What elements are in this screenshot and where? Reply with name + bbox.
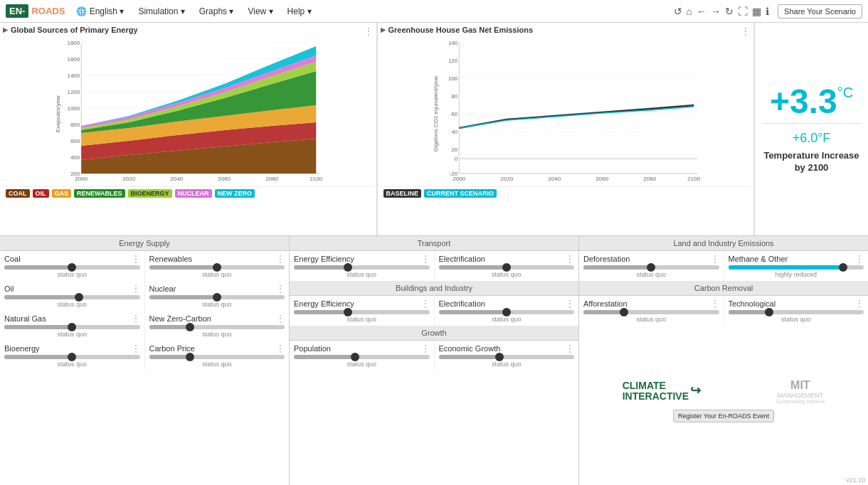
ci-arrow-icon: ↪: [690, 384, 701, 398]
register-button[interactable]: Register Your En-ROADS Event: [673, 410, 774, 422]
legend-current-scenario[interactable]: CURRENT SCENARIO: [424, 189, 497, 198]
renewables-label: Renewables: [149, 255, 193, 263]
info-icon[interactable]: ℹ: [766, 6, 769, 17]
transport-elec-menu[interactable]: ⋮: [566, 254, 574, 264]
app-logo[interactable]: EN- ROADS: [6, 4, 65, 18]
svg-text:1800: 1800: [67, 40, 80, 46]
grid-icon[interactable]: ▦: [752, 6, 761, 17]
forward-icon[interactable]: →: [711, 6, 721, 17]
legend-baseline[interactable]: BASELINE: [383, 189, 422, 198]
carbonprice-status: status quo: [149, 361, 285, 368]
legend-renewables[interactable]: RENEWABLES: [74, 189, 125, 198]
carbonprice-track[interactable]: [149, 355, 285, 359]
svg-text:80: 80: [451, 93, 457, 100]
svg-text:20: 20: [451, 146, 457, 153]
coal-track[interactable]: [4, 265, 140, 270]
svg-text:2020: 2020: [500, 176, 513, 182]
deforestation-label: Deforestation: [583, 255, 630, 263]
emissions-chart-panel: ▶ Greenhouse House Gas Net Emissions ⋮ G…: [377, 23, 755, 235]
buildings-ee-menu[interactable]: ⋮: [421, 299, 430, 309]
refresh-icon[interactable]: ↻: [725, 6, 734, 17]
afforestation-status: status quo: [583, 316, 719, 323]
mit-subtitle: MANAGEMENT: [776, 392, 825, 399]
oil-menu[interactable]: ⋮: [132, 284, 140, 294]
mit-logo-text: MIT: [776, 379, 825, 392]
nav-help[interactable]: Help ▾: [285, 5, 314, 18]
legend-coal[interactable]: COAL: [6, 189, 30, 198]
buildings-elec-track[interactable]: [439, 310, 575, 314]
nav-english[interactable]: 🌐 English ▾: [73, 5, 127, 18]
naturalgas-menu[interactable]: ⋮: [132, 314, 140, 324]
legend-oil[interactable]: OIL: [33, 189, 49, 198]
population-menu[interactable]: ⋮: [421, 343, 430, 353]
svg-text:60: 60: [451, 111, 457, 117]
buildings-group: Energy Efficiency ⋮ status quo Electrifi…: [290, 296, 578, 326]
svg-text:140: 140: [448, 40, 457, 46]
methane-slider-group: Methane & Other ⋮ highly reduced: [724, 251, 869, 281]
legend-nuclear[interactable]: NUCLEAR: [175, 189, 212, 198]
svg-text:0: 0: [454, 156, 457, 162]
methane-track[interactable]: [729, 265, 864, 270]
transport-elec-track[interactable]: [439, 265, 575, 270]
technological-track[interactable]: [729, 310, 864, 314]
methane-menu[interactable]: ⋮: [855, 254, 864, 264]
legend-newzero[interactable]: NEW ZERO: [215, 189, 255, 198]
population-track[interactable]: [294, 355, 430, 359]
transport-ee-track[interactable]: [294, 265, 430, 270]
energy-svg: Exajoules/year 1800 1600 1400 1200: [3, 36, 374, 185]
back-icon[interactable]: ←: [697, 6, 706, 17]
legend-bioenergy[interactable]: BIOENERGY: [128, 189, 172, 198]
methane-status: highly reduced: [729, 271, 864, 278]
buildings-ee-track[interactable]: [294, 310, 430, 314]
carbonprice-menu[interactable]: ⋮: [276, 343, 285, 353]
coal-label: Coal: [4, 255, 21, 263]
emissions-chart-menu[interactable]: ⋮: [741, 26, 751, 37]
carbonprice-label: Carbon Price: [149, 344, 195, 353]
svg-text:400: 400: [70, 154, 80, 161]
mit-logo: MIT MANAGEMENT Sustainability Initiative: [776, 379, 825, 404]
coal-menu[interactable]: ⋮: [132, 254, 140, 264]
temperature-panel: +3.3 °C +6.0°F Temperature Increase by 2…: [754, 23, 868, 235]
nuclear-track[interactable]: [149, 295, 285, 299]
nuclear-menu[interactable]: ⋮: [276, 284, 285, 294]
transport-ee-label: Energy Efficiency: [294, 255, 354, 263]
emissions-svg: Gigatons CO2 equivalent/year 140 120 100: [381, 36, 751, 185]
population-label: Population: [294, 344, 331, 353]
home-icon[interactable]: ⌂: [687, 6, 692, 17]
nav-view[interactable]: View ▾: [245, 5, 275, 18]
share-button[interactable]: Share Your Scenario: [778, 4, 862, 18]
nav-graphs[interactable]: Graphs ▾: [196, 5, 237, 18]
methane-label: Methane & Other: [729, 255, 788, 263]
carbonprice-slider-group: Carbon Price ⋮ status quo: [145, 341, 290, 371]
bioenergy-track[interactable]: [4, 355, 140, 359]
newzero-track[interactable]: [149, 325, 285, 329]
oil-track[interactable]: [4, 295, 140, 299]
main-content: ▶ Global Sources of Primary Energy ⋮ Exa…: [0, 23, 868, 485]
oil-slider-group: Oil ⋮ status quo: [0, 281, 145, 311]
energy-chart-menu[interactable]: ⋮: [364, 26, 374, 37]
buildings-elec-menu[interactable]: ⋮: [566, 299, 574, 309]
reset-icon[interactable]: ↺: [674, 6, 682, 17]
ci-logo-text: CLIMATEINTERACTIVE: [623, 380, 689, 403]
buildings-ee-status: status quo: [294, 316, 430, 323]
economic-growth-status: status quo: [439, 361, 575, 368]
legend-gas[interactable]: GAS: [52, 189, 72, 198]
naturalgas-track[interactable]: [4, 325, 140, 329]
afforestation-slider-group: Afforestation ⋮ status quo: [579, 296, 724, 326]
bioenergy-menu[interactable]: ⋮: [132, 343, 140, 353]
renewables-menu[interactable]: ⋮: [276, 254, 285, 264]
economic-growth-track[interactable]: [439, 355, 575, 359]
transport-ee-menu[interactable]: ⋮: [421, 254, 430, 264]
topbar: EN- ROADS 🌐 English ▾ Simulation ▾ Graph…: [0, 0, 868, 23]
deforestation-track[interactable]: [583, 265, 719, 270]
economic-growth-menu[interactable]: ⋮: [566, 343, 574, 353]
carbon-removal-title: Carbon Removal: [579, 281, 868, 296]
deforestation-menu[interactable]: ⋮: [711, 254, 719, 264]
newzero-menu[interactable]: ⋮: [276, 314, 285, 324]
technological-menu[interactable]: ⋮: [855, 299, 864, 309]
afforestation-menu[interactable]: ⋮: [711, 299, 719, 309]
nav-simulation[interactable]: Simulation ▾: [135, 5, 187, 18]
renewables-track[interactable]: [149, 265, 285, 270]
afforestation-track[interactable]: [583, 310, 719, 314]
expand-icon[interactable]: ⛶: [738, 6, 748, 17]
